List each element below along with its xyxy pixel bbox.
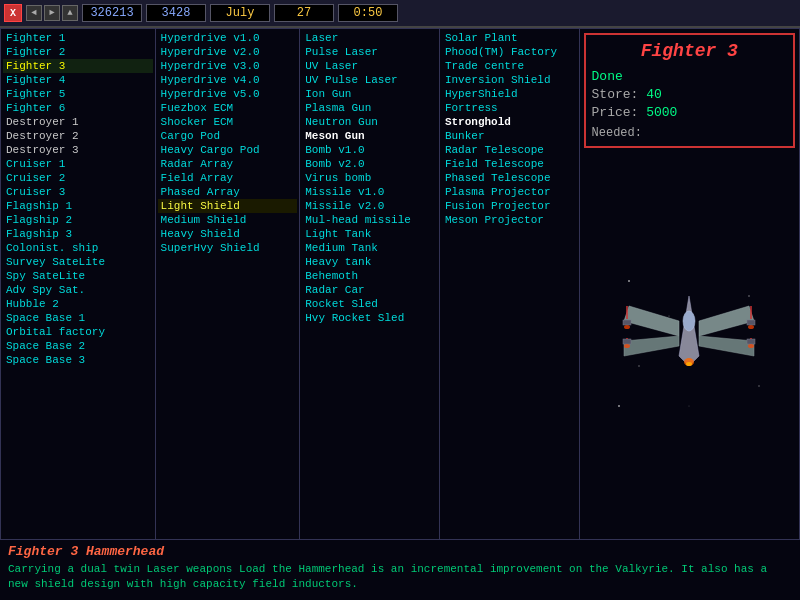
structure-item[interactable]: Phood(TM) Factory — [442, 45, 577, 59]
equipment-item[interactable]: Fuezbox ECM — [158, 101, 298, 115]
svg-point-20 — [624, 344, 630, 348]
arrow-right[interactable]: ► — [44, 5, 60, 21]
ship-list-item[interactable]: Fighter 5 — [3, 87, 153, 101]
weapon-item[interactable]: Mul-head missile — [302, 213, 437, 227]
ship-list-item[interactable]: Survey SateLite — [3, 255, 153, 269]
weapon-item[interactable]: UV Pulse Laser — [302, 73, 437, 87]
main-panel: Fighter 1Fighter 2Fighter 3Fighter 4Figh… — [0, 28, 800, 538]
price-line: Price: 5000 — [592, 105, 787, 120]
svg-rect-21 — [747, 320, 755, 325]
ship-list-item[interactable]: Fighter 6 — [3, 101, 153, 115]
svg-point-10 — [683, 311, 695, 331]
weapon-item[interactable]: Light Tank — [302, 227, 437, 241]
equipment-item[interactable]: Hyperdrive v1.0 — [158, 31, 298, 45]
right-panel: Fighter 3 Done Store: 40 Price: 5000 Nee… — [580, 29, 799, 539]
structure-item[interactable]: Plasma Projector — [442, 185, 577, 199]
structure-item[interactable]: Radar Telescope — [442, 143, 577, 157]
weapon-item[interactable]: Heavy tank — [302, 255, 437, 269]
weapon-item[interactable]: Rocket Sled — [302, 297, 437, 311]
weapon-item[interactable]: Ion Gun — [302, 87, 437, 101]
ship-list-item[interactable]: Fighter 3 — [3, 59, 153, 73]
ship-list-item[interactable]: Adv Spy Sat. — [3, 283, 153, 297]
equipment-item[interactable]: Hyperdrive v5.0 — [158, 87, 298, 101]
weapon-item[interactable]: Missile v1.0 — [302, 185, 437, 199]
structure-item[interactable]: Stronghold — [442, 115, 577, 129]
weapon-item[interactable]: Laser — [302, 31, 437, 45]
ship-list-item[interactable]: Space Base 3 — [3, 353, 153, 367]
structure-item[interactable]: Trade centre — [442, 59, 577, 73]
ship-list-item[interactable]: Colonist. ship — [3, 241, 153, 255]
ship-list-item[interactable]: Destroyer 3 — [3, 143, 153, 157]
ship-list-item[interactable]: Fighter 1 — [3, 31, 153, 45]
equipment-item[interactable]: Hyperdrive v2.0 — [158, 45, 298, 59]
description-area: Fighter 3 Hammerhead Carrying a dual twi… — [0, 538, 800, 600]
weapon-item[interactable]: Behemoth — [302, 269, 437, 283]
svg-point-6 — [758, 385, 760, 387]
equipment-item[interactable]: Cargo Pod — [158, 129, 298, 143]
equipment-item[interactable]: Phased Array — [158, 185, 298, 199]
ship-list-item[interactable]: Fighter 4 — [3, 73, 153, 87]
needed-label: Needed: — [592, 126, 642, 140]
arrow-up[interactable]: ▲ — [62, 5, 78, 21]
equipment-item[interactable]: Radar Array — [158, 157, 298, 171]
nav-arrows[interactable]: ◄ ► ▲ — [26, 5, 78, 21]
weapon-item[interactable]: Bomb v1.0 — [302, 143, 437, 157]
svg-point-2 — [748, 295, 750, 297]
weapon-item[interactable]: Pulse Laser — [302, 45, 437, 59]
game-icon: X — [4, 4, 22, 22]
structure-item[interactable]: Inversion Shield — [442, 73, 577, 87]
weapon-item[interactable]: UV Laser — [302, 59, 437, 73]
description-title: Fighter 3 Hammerhead — [8, 544, 792, 559]
weapon-item[interactable]: Plasma Gun — [302, 101, 437, 115]
weapon-item[interactable]: Hvy Rocket Sled — [302, 311, 437, 325]
equipment-item[interactable]: Hyperdrive v3.0 — [158, 59, 298, 73]
weapon-item[interactable]: Radar Car — [302, 283, 437, 297]
weapon-item[interactable]: Missile v2.0 — [302, 199, 437, 213]
equipment-item[interactable]: Heavy Shield — [158, 227, 298, 241]
ship-list-item[interactable]: Cruiser 2 — [3, 171, 153, 185]
ship-list-item[interactable]: Destroyer 2 — [3, 129, 153, 143]
store-line: Store: 40 — [592, 87, 787, 102]
equipment-item[interactable]: Field Array — [158, 171, 298, 185]
ship-list-item[interactable]: Destroyer 1 — [3, 115, 153, 129]
ship-list-item[interactable]: Space Base 1 — [3, 311, 153, 325]
equipment-item[interactable]: Medium Shield — [158, 213, 298, 227]
structure-item[interactable]: Solar Plant — [442, 31, 577, 45]
store-value: 40 — [646, 87, 662, 102]
ship-list-item[interactable]: Flagship 3 — [3, 227, 153, 241]
description-text: Carrying a dual twin Laser weapons Load … — [8, 562, 792, 593]
ship-list-item[interactable]: Cruiser 3 — [3, 185, 153, 199]
structure-item[interactable]: Fusion Projector — [442, 199, 577, 213]
production-display: 3428 — [146, 4, 206, 22]
ship-list-item[interactable]: Spy SateLite — [3, 269, 153, 283]
ship-list-item[interactable]: Hubble 2 — [3, 297, 153, 311]
structure-item[interactable]: Meson Projector — [442, 213, 577, 227]
ship-list-item[interactable]: Cruiser 1 — [3, 157, 153, 171]
equipment-item[interactable]: Heavy Cargo Pod — [158, 143, 298, 157]
time-display: 0:50 — [338, 4, 398, 22]
weapon-item[interactable]: Medium Tank — [302, 241, 437, 255]
equipment-item[interactable]: Shocker ECM — [158, 115, 298, 129]
svg-point-18 — [624, 325, 630, 329]
structure-item[interactable]: HyperShield — [442, 87, 577, 101]
done-label: Done — [592, 69, 623, 84]
equipment-item[interactable]: Hyperdrive v4.0 — [158, 73, 298, 87]
ship-list-item[interactable]: Orbital factory — [3, 325, 153, 339]
structure-item[interactable]: Bunker — [442, 129, 577, 143]
weapons-panel: LaserPulse LaserUV LaserUV Pulse LaserIo… — [300, 29, 440, 539]
equipment-item[interactable]: Light Shield — [158, 199, 298, 213]
weapon-item[interactable]: Neutron Gun — [302, 115, 437, 129]
structure-item[interactable]: Fortress — [442, 101, 577, 115]
weapon-item[interactable]: Meson Gun — [302, 129, 437, 143]
structure-item[interactable]: Field Telescope — [442, 157, 577, 171]
structure-item[interactable]: Phased Telescope — [442, 171, 577, 185]
ship-list-item[interactable]: Fighter 2 — [3, 45, 153, 59]
weapon-item[interactable]: Virus bomb — [302, 171, 437, 185]
arrow-left[interactable]: ◄ — [26, 5, 42, 21]
svg-point-24 — [748, 344, 754, 348]
ship-list-item[interactable]: Flagship 1 — [3, 199, 153, 213]
ship-list-item[interactable]: Space Base 2 — [3, 339, 153, 353]
ship-list-item[interactable]: Flagship 2 — [3, 213, 153, 227]
equipment-item[interactable]: SuperHvy Shield — [158, 241, 298, 255]
weapon-item[interactable]: Bomb v2.0 — [302, 157, 437, 171]
